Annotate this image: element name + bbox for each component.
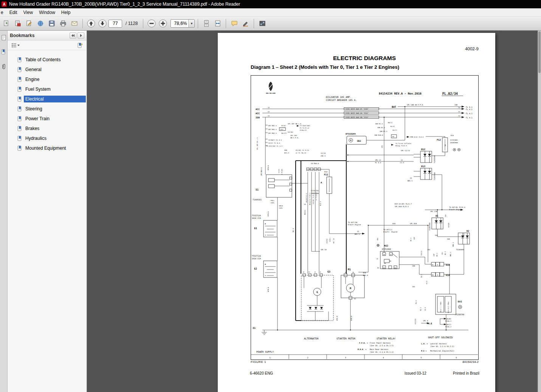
zoom-out-button[interactable]: [146, 19, 157, 29]
bookmark-item-steering[interactable]: Steering: [8, 104, 87, 114]
create-pdf-button[interactable]: [12, 19, 23, 29]
diagram-label: 102: [427, 249, 430, 251]
diagram-label: +: [265, 222, 266, 225]
zoom-in-icon: [159, 19, 167, 28]
diagram-label: 31: [354, 298, 356, 300]
diagram-label: 12: [401, 159, 403, 161]
scrollbar-thumb[interactable]: [538, 31, 541, 73]
diagram-label: M.E: [428, 322, 432, 325]
diagram-label: BR1.5: [408, 180, 413, 182]
bookmark-icon: [17, 146, 22, 151]
diagram-label: CB1.5: [321, 155, 326, 157]
diagram-label: 21P: [433, 253, 435, 256]
diagram-label: FL 4.1: [466, 106, 472, 108]
fullscreen-button[interactable]: [257, 19, 267, 29]
fit-page-button[interactable]: [212, 19, 223, 29]
next-page-button[interactable]: [97, 19, 107, 29]
zoom-in-button[interactable]: [158, 19, 168, 29]
locate-bookmark-button[interactable]: [76, 42, 84, 49]
diagram-label: 13: [268, 115, 270, 117]
diagram-label: B2.5: [410, 238, 412, 241]
bookmark-item-hydraulics[interactable]: Hydraulics: [8, 133, 87, 143]
diagram-label: 50: [352, 271, 354, 273]
diagram-label: 121411A1: [311, 190, 319, 192]
previous-page-button[interactable]: [86, 19, 96, 29]
diagram-label: D1: [436, 214, 439, 217]
diagram-label: 87351908: [382, 248, 391, 250]
diagram-label: -: [265, 234, 266, 237]
diagram-label: B6: [389, 260, 391, 262]
diagram-label: FL 4.1: [466, 113, 472, 115]
document-subheading: Diagram 1 – Sheet 2 (Models with Tier 0,…: [251, 64, 399, 70]
form-tools-button[interactable]: [24, 19, 34, 29]
bookmark-item-table-of-contents[interactable]: Table of Contents: [8, 55, 87, 65]
bookmark-item-engine[interactable]: Engine: [8, 74, 87, 84]
scroll-pages-icon: [203, 20, 210, 27]
menu-item-window[interactable]: Window: [36, 9, 58, 16]
share-button[interactable]: [35, 19, 45, 29]
diagram-label: 10A: [377, 237, 378, 240]
menu-item-help[interactable]: Help: [58, 9, 74, 16]
diagram-label: BR1.5: [452, 242, 454, 246]
bookmark-icon: [17, 96, 22, 102]
bookmark-options-button[interactable]: [10, 42, 22, 49]
diagram-label: (See Sh. 2.1 & Sh.3.1): [430, 346, 454, 347]
diagram-label: Front Panel Harness: [370, 342, 391, 344]
signature-pen-icon: [242, 20, 249, 27]
bookmark-item-fuel-system[interactable]: Fuel System: [8, 84, 87, 94]
diagram-label: S1: [256, 188, 259, 191]
bookmark-item-mounted-equipment[interactable]: Mounted Equipment: [8, 143, 87, 153]
page-number-input[interactable]: [109, 20, 122, 28]
bookmark-item-general[interactable]: General: [8, 65, 87, 74]
page-thumbnails-tab[interactable]: [1, 34, 7, 41]
wiring-diagram: NEW HOLLAND84154234 REV.A - Nov.2010FL.0…: [251, 76, 478, 359]
diagram-label: DISJUNTOR 105 AMP.: [326, 96, 351, 98]
diagram-label: F5-ECE(5A) FL 4.1: [266, 145, 282, 147]
save-button[interactable]: [47, 19, 57, 29]
diagram-label: X17: [281, 129, 284, 130]
bookmark-item-electrical[interactable]: Electrical: [8, 94, 87, 104]
print-button[interactable]: [58, 19, 68, 29]
bookmark-item-power-train[interactable]: Power Train: [8, 114, 87, 124]
attachments-tab[interactable]: [1, 63, 7, 70]
vertical-scrollbar[interactable]: [538, 31, 541, 392]
comment-button[interactable]: [229, 19, 239, 29]
menu-item-file[interactable]: e: [0, 9, 6, 16]
bookmarks-tab[interactable]: [1, 49, 7, 56]
sign-button[interactable]: [240, 19, 251, 29]
diagram-label: 104: [447, 238, 450, 240]
diagram-label: S2(BAT) FL 4.1: [268, 139, 282, 141]
expand-panel-button[interactable]: [78, 33, 84, 39]
bookmark-label: Hydraulics: [24, 135, 86, 142]
collapse-panel-button[interactable]: [70, 33, 76, 39]
email-button[interactable]: [69, 19, 79, 29]
diagram-label: BR1.5: [355, 233, 360, 235]
diagram-label: FUSE BUSS BAR #B "ECA": [346, 116, 369, 118]
diagram-label: SPL-12/13: [401, 150, 410, 152]
adobe-reader-icon: A: [2, 2, 7, 7]
diagram-label: W: [315, 271, 316, 273]
diagram-label: or FL 9a.11: [296, 152, 306, 154]
diagram-label: 85: [383, 267, 385, 269]
zoom-level-dropdown[interactable]: 78,6% ▼: [171, 19, 195, 28]
menu-item-view[interactable]: View: [20, 9, 36, 16]
diagram-label: PRM A(A) FL4.3: [410, 136, 424, 138]
diagram-label: ASA: [363, 272, 366, 274]
wiring-diagram-frame: NEW HOLLAND84154234 REV.A - Nov.2010FL.0…: [251, 75, 479, 360]
diagram-label: F12: [437, 138, 441, 141]
diagram-label: 10B R30.0: [374, 134, 383, 136]
bookmark-item-brakes[interactable]: Brakes: [8, 124, 87, 133]
scrolling-mode-button[interactable]: [201, 19, 211, 29]
diagram-label: F.P.H. =: [359, 342, 368, 344]
diagram-label: 1010 CCA: [252, 217, 261, 219]
diagram-label: B1: [395, 267, 397, 269]
open-button[interactable]: [1, 19, 11, 29]
create-pdf-icon: [14, 20, 21, 27]
comment-bubble-icon: [231, 20, 238, 27]
chevron-down-icon[interactable]: ▼: [188, 20, 194, 27]
email-icon: [71, 20, 78, 27]
diagram-label: Main Rear Harness: [370, 349, 388, 350]
diagram-label: 100: [412, 265, 415, 267]
diagram-label: 86: [384, 262, 386, 264]
menu-item-edit[interactable]: Edit: [6, 9, 20, 16]
